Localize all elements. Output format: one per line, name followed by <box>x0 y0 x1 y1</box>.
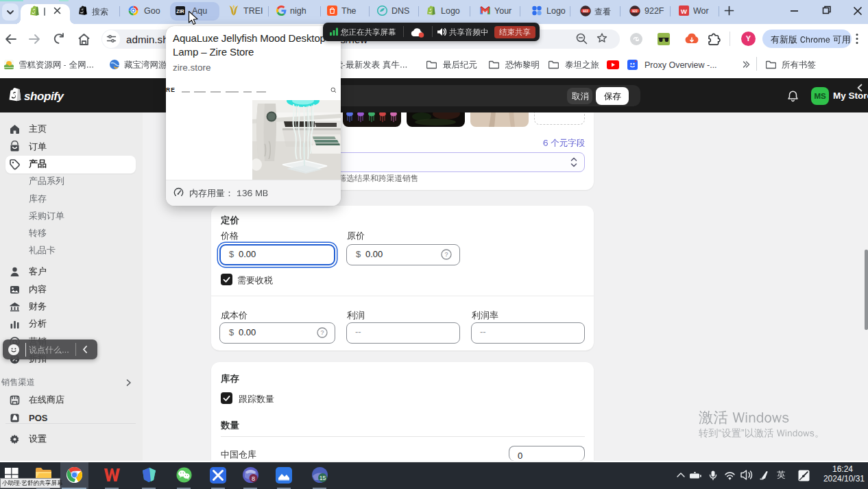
svg-text:?: ? <box>444 251 448 258</box>
svg-text:922: 922 <box>583 10 588 13</box>
svg-text:15: 15 <box>320 475 326 481</box>
svg-text:ZIR: ZIR <box>176 9 184 14</box>
svg-text:8: 8 <box>252 475 255 482</box>
svg-text:922: 922 <box>632 10 638 13</box>
svg-text:?: ? <box>320 329 324 336</box>
svg-text:W: W <box>681 8 687 15</box>
